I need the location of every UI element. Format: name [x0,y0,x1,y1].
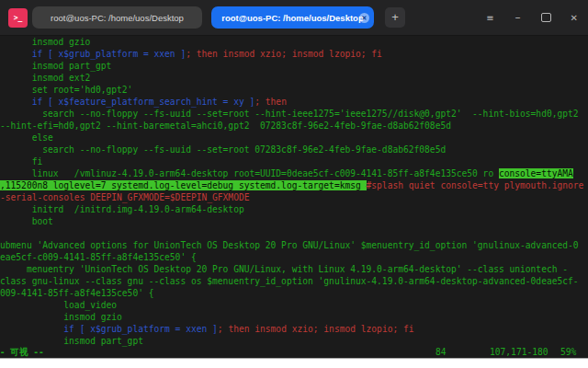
code-text: ; then insmod xzio; insmod lzopio; fi [186,49,382,59]
terminal-line: eae5cf-c009-4141-85ff-a8f4e135ce50' { [0,251,588,263]
tab-label: root@uos-PC: /home/uos/Desktop [51,13,184,23]
code-text: ; then insmod xzio; insmod lzopio; fi [218,324,414,334]
maximize-icon[interactable] [541,13,551,22]
window-controls: ≡ – ✕ [486,0,588,35]
code-text: class gnu-linux --class gnu --class os $… [0,276,579,286]
selected-text: console=ttyAMA [499,168,573,178]
terminal-line: 009-4141-85ff-a8f4e135ce50' { [0,287,588,299]
statusbar-ruler: 107,171-180 [490,346,548,358]
tab-inactive[interactable]: root@uos-PC: /home/uos/Desktop [32,6,202,29]
tab-label: root@uos-PC: /home/uos/Desktop [221,13,363,23]
code-text: search --no-floppy --fs-uuid --set=root … [0,109,583,119]
statusbar-scroll-percent: 59% [560,346,576,358]
terminal-line: insmod gzio [0,36,588,48]
minimize-icon[interactable]: – [515,11,521,24]
terminal-window: >_ root@uos-PC: /home/uos/Desktop root@u… [0,0,588,358]
code-text: search --no-floppy --fs-uuid --set=root … [0,144,446,155]
terminal-line: insmod ext2 [0,72,588,84]
terminal-app-icon: >_ [8,8,28,28]
terminal-line: load_video [0,299,588,311]
tab-close-icon[interactable]: ✕ [359,13,369,23]
code-text: load_video [0,300,117,310]
terminal-line: class gnu-linux --class gnu --class os $… [0,275,588,287]
close-icon[interactable]: ✕ [571,13,578,23]
vim-statusbar: -- 可视 -- 84 107,171-180 59% [0,346,588,358]
vim-mode-indicator: -- 可视 -- [0,346,44,358]
code-text: --hint-efi=hd0,gpt2 --hint-baremetal=ahc… [0,121,451,131]
code-text: menuentry 'UnionTech OS Desktop 20 Pro G… [0,264,568,274]
menu-icon[interactable]: ≡ [486,13,493,23]
terminal-line: if [ x$feature_platform_search_hint = xy… [0,96,588,108]
code-text: 009-4141-85ff-a8f4e135ce50' { [0,288,154,298]
code-text: insmod part_gpt [0,61,111,71]
code-text: if [ x$grub_platform = xxen ] [0,49,186,59]
code-text: insmod gzio [0,37,90,47]
code-text: insmod part_gpt [0,336,143,346]
code-text: -serial-consoles DEEPIN_GFXMODE=$DEEPIN_… [0,192,249,202]
code-text: set root='hd0,gpt2' [0,85,132,95]
terminal-line: menuentry 'UnionTech OS Desktop 20 Pro G… [0,263,588,275]
code-text: ubmenu 'Advanced options for UnionTech O… [0,240,579,250]
code-text: if [ x$grub_platform = xxen ] [0,324,218,334]
code-text: ; then [254,97,287,107]
terminal-line: linux /vmlinuz-4.19.0-arm64-desktop root… [0,167,588,179]
code-text: if [ x$feature_platform_search_hint = xy… [0,97,254,107]
terminal-line: search --no-floppy --fs-uuid --set=root … [0,144,588,155]
terminal-line [0,227,588,239]
terminal-content[interactable]: insmod gzio if [ x$grub_platform = xxen … [0,35,588,348]
code-text: else [0,132,53,143]
new-tab-button[interactable]: + [385,7,405,28]
terminal-line: ubmenu 'Advanced options for UnionTech O… [0,239,588,251]
desktop-strip [0,358,588,368]
code-text: fi [0,156,42,167]
code-text: linux /vmlinuz-4.19.0-arm64-desktop root… [0,168,499,178]
terminal-line: if [ x$grub_platform = xxen ]; then insm… [0,323,588,335]
terminal-line: -serial-consoles DEEPIN_GFXMODE=$DEEPIN_… [0,191,588,203]
terminal-line: initrd /initrd.img-4.19.0-arm64-desktop [0,203,588,215]
selected-text: ,115200n8 loglevel=7 systemd.log-level=d… [0,180,367,190]
terminal-line: fi [0,155,588,167]
code-text: boot [0,216,53,226]
terminal-line: search --no-floppy --fs-uuid --set=root … [0,108,588,120]
terminal-line: insmod part_gpt [0,60,588,72]
terminal-line: set root='hd0,gpt2' [0,84,588,96]
code-text: #splash quiet console=tty plymouth.ignor… [367,180,584,190]
terminal-line: else [0,132,588,144]
terminal-line: if [ x$grub_platform = xxen ]; then insm… [0,48,588,60]
terminal-line: boot [0,215,588,227]
terminal-line: insmod gzio [0,311,588,323]
code-text: initrd /initrd.img-4.19.0-arm64-desktop [0,204,244,214]
tab-active[interactable]: root@uos-PC: /home/uos/Desktop ✕ [211,6,374,29]
titlebar: >_ root@uos-PC: /home/uos/Desktop root@u… [0,0,588,36]
terminal-line: --hint-efi=hd0,gpt2 --hint-baremetal=ahc… [0,120,588,132]
terminal-line: ,115200n8 loglevel=7 systemd.log-level=d… [0,179,588,191]
code-text: insmod gzio [0,312,122,322]
code-text: insmod ext2 [0,73,90,83]
code-text: eae5cf-c009-4141-85ff-a8f4e135ce50' { [0,252,197,262]
statusbar-count: 84 [435,346,447,358]
